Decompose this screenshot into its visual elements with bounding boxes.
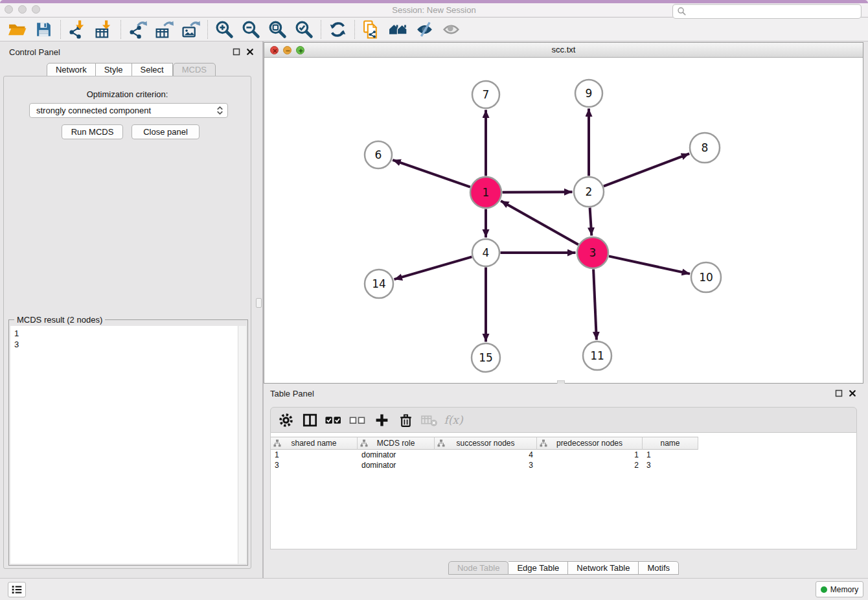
table-tab-network-table[interactable]: Network Table — [568, 561, 639, 575]
select-all-button[interactable] — [323, 410, 345, 430]
column-header-successor-nodes[interactable]: successor nodes — [435, 437, 537, 450]
control-panel-float-button[interactable] — [232, 47, 241, 56]
delete-table-button — [418, 410, 440, 430]
search-box — [672, 4, 862, 19]
save-session-button[interactable] — [30, 19, 57, 40]
home-view-button[interactable] — [385, 19, 411, 40]
deselect-all-button[interactable] — [347, 410, 369, 430]
edge-2-3[interactable] — [590, 208, 592, 236]
cell[interactable]: 2 — [537, 460, 643, 470]
node-label-3: 3 — [589, 246, 597, 259]
column-header-mcds-role[interactable]: MCDS role — [358, 437, 435, 450]
zoom-in-icon — [215, 20, 234, 39]
zoom-fit-icon — [268, 20, 287, 39]
table-row-1[interactable]: 1dominator411 — [271, 450, 698, 460]
close-panel-button[interactable]: Close panel — [131, 124, 200, 139]
hide-graphics-details-button[interactable] — [411, 19, 438, 40]
import-table-button[interactable] — [91, 19, 117, 40]
status-bar: Memory — [0, 578, 868, 600]
network-view-window: scc.txt 7968124314101511 — [264, 42, 863, 384]
memory-button[interactable]: Memory — [816, 581, 863, 597]
edge-2-8[interactable] — [604, 154, 689, 186]
delete-row-button[interactable] — [394, 410, 417, 430]
network-close-button[interactable] — [270, 46, 279, 54]
cell[interactable]: 3 — [271, 460, 358, 470]
show-columns-button[interactable] — [299, 410, 321, 430]
refresh-layout-button[interactable] — [325, 19, 351, 40]
network-minimize-button[interactable] — [283, 46, 291, 54]
mcds-result-title: MCDS result (2 nodes) — [14, 315, 105, 325]
float-icon — [835, 389, 843, 397]
column-header-predecessor-nodes[interactable]: predecessor nodes — [537, 437, 643, 450]
result-scrollbar[interactable] — [238, 326, 246, 564]
show-columns-icon — [303, 413, 317, 428]
table-settings-icon — [279, 413, 293, 428]
add-row-button[interactable] — [371, 410, 393, 430]
edge-3-11[interactable] — [593, 270, 597, 340]
cell[interactable]: 1 — [271, 450, 358, 460]
network-file-manager-button[interactable] — [358, 19, 385, 40]
import-network-icon — [68, 20, 87, 39]
mcds-tab-content: Optimization criterion: strongly connect… — [3, 76, 251, 569]
cell[interactable]: 1 — [537, 450, 643, 460]
table-panel-float-button[interactable] — [834, 389, 843, 398]
cell[interactable]: dominator — [358, 460, 435, 470]
table-tab-edge-table[interactable]: Edge Table — [508, 561, 568, 575]
table-tab-node-table[interactable]: Node Table — [448, 561, 509, 575]
dropdown-value: strongly connected component — [36, 106, 151, 115]
edge-3-10[interactable] — [609, 256, 690, 273]
export-network-button[interactable] — [124, 19, 151, 40]
table-row-3[interactable]: 3dominator323 — [271, 460, 698, 470]
cell[interactable]: 1 — [643, 450, 698, 460]
open-session-button[interactable] — [4, 19, 30, 40]
cell[interactable]: 3 — [435, 460, 537, 470]
column-type-icon — [273, 439, 281, 447]
control-panel-close-button[interactable] — [246, 47, 255, 56]
zoom-in-button[interactable] — [211, 19, 238, 40]
cell[interactable]: 3 — [643, 460, 698, 470]
mcds-result-area: 13 — [10, 326, 246, 564]
edge-1-2[interactable] — [503, 192, 573, 192]
zoom-fit-button[interactable] — [264, 19, 291, 40]
network-window-titlebar: scc.txt — [264, 43, 863, 58]
column-header-name[interactable]: name — [643, 437, 698, 450]
network-zoom-button[interactable] — [296, 46, 304, 54]
tab-network[interactable]: Network — [47, 63, 96, 76]
main-toolbar — [0, 17, 868, 41]
table-tab-motifs[interactable]: Motifs — [639, 561, 679, 575]
zoom-selected-button[interactable] — [291, 19, 317, 40]
edge-3-1[interactable] — [501, 201, 578, 245]
edge-4-14[interactable] — [394, 257, 472, 279]
export-image-button[interactable] — [177, 19, 204, 40]
column-header-label: predecessor nodes — [556, 439, 622, 448]
refresh-layout-icon — [328, 20, 347, 39]
import-network-button[interactable] — [64, 19, 91, 40]
run-mcds-button[interactable]: Run MCDS — [62, 124, 123, 139]
node-label-6: 6 — [375, 148, 382, 161]
cell[interactable]: 4 — [435, 450, 537, 460]
task-history-button[interactable] — [8, 582, 26, 597]
table-panel-close-button[interactable] — [848, 389, 857, 398]
column-header-shared-name[interactable]: shared name — [271, 437, 358, 450]
control-panel-title: Control Panel — [9, 47, 60, 57]
optimization-criterion-dropdown[interactable]: strongly connected component — [29, 103, 228, 118]
table-settings-button[interactable] — [275, 410, 297, 430]
function-builder-icon: f(x) — [444, 413, 463, 426]
network-canvas[interactable]: 7968124314101511 — [264, 58, 863, 383]
node-label-9: 9 — [586, 87, 593, 100]
node-label-8: 8 — [702, 141, 709, 154]
tab-mcds[interactable]: MCDS — [173, 63, 216, 76]
deselect-all-icon — [348, 413, 367, 428]
table-tabs: Node TableEdge TableNetwork TableMotifs — [264, 561, 863, 575]
panel-divider-grip[interactable] — [256, 298, 262, 308]
memory-status-icon — [821, 586, 827, 593]
tab-select[interactable]: Select — [132, 63, 173, 76]
edge-1-6[interactable] — [393, 160, 470, 187]
tab-style[interactable]: Style — [96, 63, 132, 76]
home-view-icon — [389, 20, 407, 39]
zoom-out-button[interactable] — [238, 19, 264, 40]
export-table-button[interactable] — [151, 19, 177, 40]
search-input[interactable] — [687, 5, 861, 18]
cell[interactable]: dominator — [358, 450, 435, 460]
show-graphics-details-button[interactable] — [438, 19, 464, 40]
